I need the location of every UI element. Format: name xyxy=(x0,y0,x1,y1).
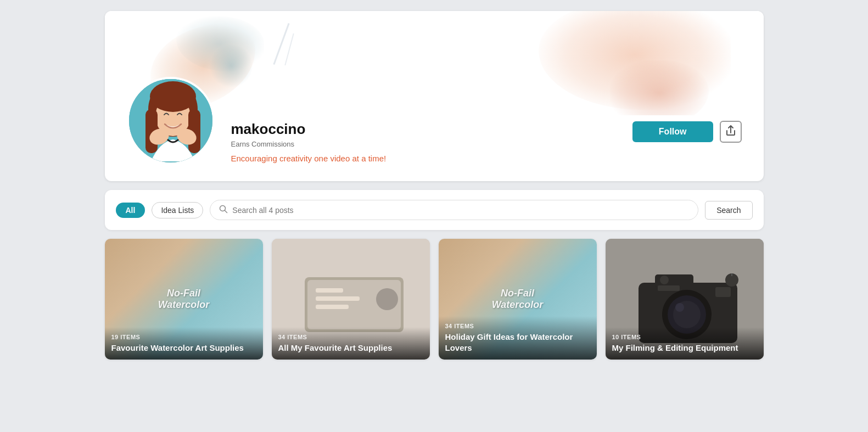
avatar xyxy=(127,77,215,165)
share-button[interactable] xyxy=(720,121,742,143)
svg-rect-28 xyxy=(658,285,680,291)
svg-rect-15 xyxy=(316,305,349,309)
card-3-title: Holiday Gift Ideas for Watercolor Lovers xyxy=(445,332,590,353)
svg-rect-14 xyxy=(316,296,360,301)
card-1-overlay: 19 ITEMS Favourite Watercolor Art Suppli… xyxy=(105,327,263,360)
profile-actions: Follow xyxy=(632,121,742,143)
card-1-title: Favourite Watercolor Art Supplies xyxy=(111,343,256,354)
page-wrapper: makoccino Earns Commissions Encouraging … xyxy=(105,11,764,360)
cards-grid: 19 ITEMS Favourite Watercolor Art Suppli… xyxy=(105,239,764,360)
card-1[interactable]: 19 ITEMS Favourite Watercolor Art Suppli… xyxy=(105,239,263,360)
search-input[interactable] xyxy=(232,206,689,215)
card-4-title: My Filming & Editing Equipment xyxy=(612,343,757,354)
svg-point-23 xyxy=(675,303,684,312)
card-2[interactable]: 34 ITEMS All My Favourite Art Supplies xyxy=(272,239,430,360)
svg-rect-24 xyxy=(715,287,731,297)
card-2-title: All My Favourite Art Supplies xyxy=(278,343,423,354)
profile-card: makoccino Earns Commissions Encouraging … xyxy=(105,11,764,181)
card-4-count: 10 ITEMS xyxy=(612,334,757,340)
svg-point-25 xyxy=(660,276,669,284)
card-1-count: 19 ITEMS xyxy=(111,334,256,340)
profile-username: makoccino xyxy=(231,121,632,138)
search-wrapper xyxy=(210,200,698,220)
filter-bar: All Idea Lists Search xyxy=(105,190,764,230)
card-3[interactable]: 34 ITEMS Holiday Gift Ideas for Watercol… xyxy=(439,239,597,360)
card-2-count: 34 ITEMS xyxy=(278,334,423,340)
card-4[interactable]: 10 ITEMS My Filming & Editing Equipment xyxy=(606,239,764,360)
svg-point-16 xyxy=(376,288,398,310)
card-3-overlay: 34 ITEMS Holiday Gift Ideas for Watercol… xyxy=(439,316,597,360)
tab-all[interactable]: All xyxy=(116,203,145,218)
share-icon xyxy=(726,125,736,139)
profile-tagline: Encouraging creativity one video at a ti… xyxy=(231,154,632,163)
follow-button[interactable]: Follow xyxy=(632,121,713,142)
paint-stroke-2 xyxy=(284,33,294,65)
avatar-image xyxy=(129,79,212,162)
card-3-count: 34 ITEMS xyxy=(445,323,590,329)
profile-info-area: makoccino Earns Commissions Encouraging … xyxy=(105,77,764,181)
svg-rect-13 xyxy=(316,288,343,293)
profile-earns-label: Earns Commissions xyxy=(231,140,632,148)
tab-idea-lists[interactable]: Idea Lists xyxy=(152,202,203,218)
card-4-overlay: 10 ITEMS My Filming & Editing Equipment xyxy=(606,327,764,360)
svg-line-9 xyxy=(225,211,227,213)
profile-details: makoccino Earns Commissions Encouraging … xyxy=(231,121,632,163)
svg-point-5 xyxy=(150,81,196,112)
search-icon xyxy=(219,205,228,215)
search-button[interactable]: Search xyxy=(705,201,752,220)
card-2-overlay: 34 ITEMS All My Favourite Art Supplies xyxy=(272,327,430,360)
